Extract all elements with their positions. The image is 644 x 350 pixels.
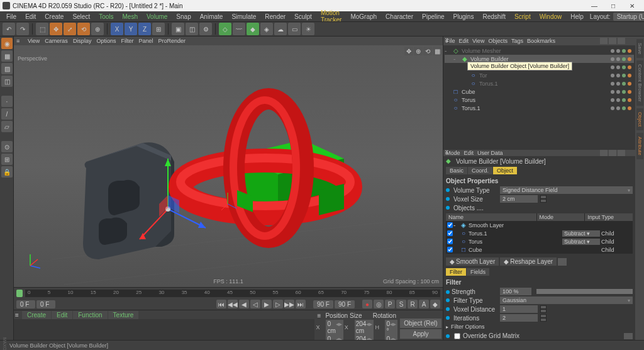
menu-render[interactable]: Render xyxy=(261,13,289,21)
vp-menu-panel[interactable]: Panel xyxy=(138,38,153,44)
vp-menu-prorender[interactable]: ProRender xyxy=(158,38,186,44)
bottom-tab-texture[interactable]: Texture xyxy=(108,311,139,319)
spline-icon[interactable]: 〰 xyxy=(233,23,245,35)
strength-field[interactable]: 100 % xyxy=(500,288,531,295)
list-enable-checkbox[interactable] xyxy=(447,247,453,252)
grid-snap-icon[interactable]: ⊞ xyxy=(1,154,13,165)
am-menu-edit[interactable]: Edit xyxy=(464,150,474,156)
recent-tool-icon[interactable]: ⊕ xyxy=(91,23,104,35)
list-header-mode[interactable]: Mode xyxy=(537,213,586,221)
range-end-field[interactable]: 90 F xyxy=(313,300,333,308)
generator-icon[interactable]: ◆ xyxy=(247,23,259,35)
object-row[interactable]: ○Torus.1 xyxy=(445,104,634,112)
menu-help[interactable]: Help xyxy=(567,13,587,21)
bottom-tab-function[interactable]: Function xyxy=(73,311,107,319)
size-x-field[interactable]: 204 cm◂▸ xyxy=(355,320,374,335)
timeline[interactable]: 0 5 10 15 20 25 30 35 40 45 50 55 60 65 … xyxy=(14,287,443,298)
om-menu-bookmarks[interactable]: Bookmarks xyxy=(527,38,555,44)
record-key-icon[interactable]: ● xyxy=(362,300,372,308)
reshape-layer-tab[interactable]: ◆Reshape Layer xyxy=(500,257,557,266)
vtab-object[interactable]: Object xyxy=(636,108,643,130)
poly-mode-icon[interactable]: ▱ xyxy=(1,121,13,132)
select-tool-icon[interactable]: ⬚ xyxy=(36,23,48,35)
menu-sculpt[interactable]: Sculpt xyxy=(291,13,316,21)
key-scale-icon[interactable]: S xyxy=(396,300,406,308)
render-view-icon[interactable]: ▣ xyxy=(172,23,184,35)
list-item[interactable]: ○Torus.1Subtract ▾Child xyxy=(446,229,633,237)
vtab-content-browser[interactable]: Content Browser xyxy=(636,60,643,106)
list-item[interactable]: -◈Smooth Layer xyxy=(446,221,633,229)
play-icon[interactable]: ▶ xyxy=(262,300,272,308)
list-enable-checkbox[interactable] xyxy=(447,230,453,236)
volume-type-dropdown[interactable]: Signed Distance Field xyxy=(500,186,633,194)
range-start-field[interactable]: 0 F xyxy=(16,300,35,308)
filter-type-dropdown[interactable]: Gaussian xyxy=(500,296,633,304)
vp-menu-cameras[interactable]: Cameras xyxy=(45,38,68,44)
vp-menu-options[interactable]: Options xyxy=(96,38,116,44)
light-icon[interactable]: ☀ xyxy=(302,23,314,35)
next-key-icon[interactable]: ▶▶ xyxy=(284,300,294,308)
goto-end-icon[interactable]: ⏭ xyxy=(296,300,306,308)
vtab-save[interactable]: Save xyxy=(636,39,643,58)
phong-tag-icon[interactable] xyxy=(628,74,631,77)
project-end-field[interactable]: 90 F xyxy=(335,300,355,308)
phong-tag-icon[interactable] xyxy=(628,106,631,110)
attr-tab-coord[interactable]: Coord. xyxy=(468,167,492,174)
bottom-tab-create[interactable]: Create xyxy=(22,311,51,319)
bottom-tab-edit[interactable]: Edit xyxy=(52,311,72,319)
list-enable-checkbox[interactable] xyxy=(447,222,453,228)
timeline-track[interactable]: 0 5 10 15 20 25 30 35 40 45 50 55 60 65 … xyxy=(25,290,440,297)
rotate-tool-icon[interactable]: ⟲ xyxy=(77,23,90,35)
maximize-button[interactable]: □ xyxy=(604,1,623,11)
vtab-attribute[interactable]: Attribute xyxy=(636,133,643,159)
key-pos-icon[interactable]: P xyxy=(385,300,395,308)
undo-icon[interactable]: ↶ xyxy=(3,23,15,35)
autokey-icon[interactable]: ◎ xyxy=(374,300,384,308)
voxel-distance-field[interactable]: 1 xyxy=(500,305,538,313)
object-row[interactable]: □Cube xyxy=(445,88,634,96)
vp-menu-filter[interactable]: Filter xyxy=(121,38,133,44)
render-region-icon[interactable]: ◫ xyxy=(186,23,198,35)
primitive-cube-icon[interactable]: ◇ xyxy=(219,23,231,35)
om-view-icon[interactable] xyxy=(618,38,625,44)
menu-mograph[interactable]: MoGraph xyxy=(347,13,380,21)
scale-tool-icon[interactable]: ⤢ xyxy=(64,23,76,35)
om-search-icon[interactable] xyxy=(600,38,608,44)
fields-tab[interactable]: Fields xyxy=(467,268,489,276)
rot-h-field[interactable]: 0 °◂▸ xyxy=(385,320,397,335)
iterations-field[interactable]: 2 xyxy=(500,314,538,322)
list-item[interactable]: ○TorusSubtract ▾Child xyxy=(446,237,633,246)
key-pla-icon[interactable]: ◆ xyxy=(430,300,440,308)
current-frame-field[interactable]: 0 F xyxy=(36,300,55,308)
smooth-layer-tab[interactable]: ◆Smooth Layer xyxy=(446,257,499,266)
move-tool-icon[interactable]: ✥ xyxy=(50,23,62,35)
attr-tab-basic[interactable]: Basic xyxy=(446,167,467,174)
object-tree[interactable]: -◇Volume Mesher-◆Volume Builder□Cub○Tor○… xyxy=(443,45,635,150)
menu-select[interactable]: Select xyxy=(69,13,94,21)
render-settings-icon[interactable]: ⚙ xyxy=(199,23,212,35)
menu-simulate[interactable]: Simulate xyxy=(228,13,260,21)
edge-mode-icon[interactable]: / xyxy=(1,108,13,120)
strength-slider[interactable] xyxy=(536,289,633,294)
om-menu-objects[interactable]: Objects xyxy=(488,38,508,44)
object-row[interactable]: ○Tor xyxy=(445,71,634,79)
phong-tag-icon[interactable] xyxy=(628,49,631,53)
y-axis-icon[interactable]: Y xyxy=(125,23,137,35)
menu-plugins[interactable]: Plugins xyxy=(450,13,478,21)
am-nav-fwd-icon[interactable] xyxy=(609,150,616,156)
texture-mode-icon[interactable]: ▨ xyxy=(1,63,13,74)
override-grid-options-icon[interactable] xyxy=(624,333,633,339)
phong-tag-icon[interactable] xyxy=(628,90,631,94)
locked-workplane-icon[interactable]: 🔒 xyxy=(1,166,13,178)
snap-icon[interactable]: ⊙ xyxy=(1,141,13,152)
attr-tab-object[interactable]: Object xyxy=(493,167,517,174)
menu-pipeline[interactable]: Pipeline xyxy=(418,13,448,21)
timeline-playhead[interactable] xyxy=(16,290,23,297)
key-rot-icon[interactable]: R xyxy=(408,300,418,308)
om-menu-view[interactable]: View xyxy=(472,38,484,44)
z-axis-icon[interactable]: Z xyxy=(138,23,151,35)
om-menu-tags[interactable]: Tags xyxy=(511,38,523,44)
next-frame-icon[interactable]: ▷ xyxy=(273,300,283,308)
minimize-button[interactable]: — xyxy=(585,1,604,11)
menu-snap[interactable]: Snap xyxy=(172,13,194,21)
